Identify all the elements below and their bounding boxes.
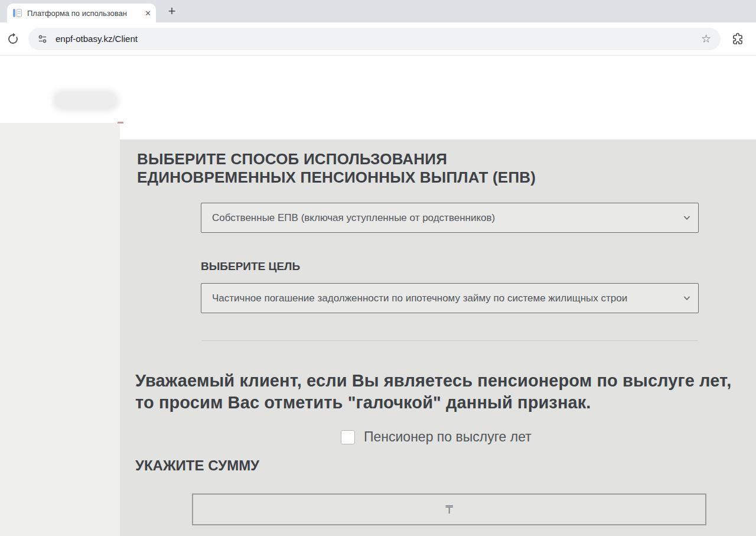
tab-title: Платформа по использован <box>27 9 142 18</box>
page-title-line2: ЕДИНОВРЕМЕННЫХ ПЕНСИОННЫХ ВЫПЛАТ (ЕПВ) <box>137 168 536 187</box>
extensions-puzzle-icon[interactable] <box>731 32 745 46</box>
reload-icon[interactable] <box>6 32 20 46</box>
site-favicon-icon <box>13 8 22 18</box>
browser-toolbar: enpf-otbasy.kz/Client ☆ <box>0 22 756 56</box>
chevron-down-icon <box>683 215 690 220</box>
url-text[interactable]: enpf-otbasy.kz/Client <box>56 34 701 44</box>
goal-select[interactable]: Частичное погашение задолженности по ипо… <box>201 283 699 313</box>
pensioner-checkbox-row: Пенсионер по выслуге лет <box>341 429 532 445</box>
section-divider <box>202 340 698 341</box>
pensioner-checkbox[interactable] <box>341 430 355 444</box>
left-sidebar-strip <box>0 123 120 536</box>
amount-section-label: УКАЖИТЕ СУММУ <box>135 457 259 474</box>
browser-tab-strip: Платформа по использован ✕ + <box>0 0 756 22</box>
site-settings-icon[interactable] <box>37 33 48 45</box>
amount-input[interactable] <box>192 493 706 525</box>
page-title: ВЫБЕРИТЕ СПОСОБ ИСПОЛЬЗОВАНИЯ ЕДИНОВРЕМЕ… <box>137 150 536 187</box>
red-marker <box>118 122 123 124</box>
chevron-down-icon <box>683 295 690 301</box>
user-name-redacted <box>55 92 116 109</box>
goal-section-label: ВЫБЕРИТЕ ЦЕЛЬ <box>201 260 300 273</box>
tab-close-icon[interactable]: ✕ <box>145 9 151 17</box>
epv-method-select-value: Собственные ЕПВ (включая уступленные от … <box>212 212 673 224</box>
pensioner-checkbox-label: Пенсионер по выслуге лет <box>364 429 532 445</box>
page-title-line1: ВЫБЕРИТЕ СПОСОБ ИСПОЛЬЗОВАНИЯ <box>137 150 536 168</box>
url-bar[interactable]: enpf-otbasy.kz/Client ☆ <box>28 28 721 50</box>
goal-select-value: Частичное погашение задолженности по ипо… <box>212 293 673 304</box>
site-navbar: | ВОПРОСЫ ОТВЕТЫ ПЕНСИОННЫЕ ВЫПЛАТЫ НАЦ.… <box>0 77 756 123</box>
bookmark-star-icon[interactable]: ☆ <box>701 33 711 44</box>
epv-method-select[interactable]: Собственные ЕПВ (включая уступленные от … <box>201 203 699 233</box>
new-tab-button[interactable]: + <box>163 3 181 21</box>
browser-tab[interactable]: Платформа по использован ✕ <box>7 4 156 22</box>
pensioner-notice-text: Уважаемый клиент, если Вы являетесь пенс… <box>135 370 752 414</box>
main-panel: ВЫБЕРИТЕ СПОСОБ ИСПОЛЬЗОВАНИЯ ЕДИНОВРЕМЕ… <box>120 139 756 536</box>
